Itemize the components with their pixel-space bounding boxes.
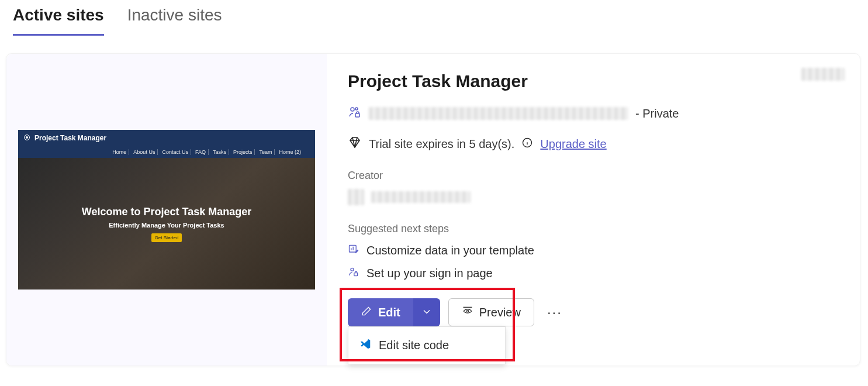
visibility-text: - Private bbox=[635, 107, 679, 120]
info-icon[interactable] bbox=[521, 137, 533, 151]
thumbnail-nav-item: Home (2) bbox=[276, 149, 303, 155]
redacted-creator-name bbox=[371, 191, 471, 203]
thumbnail-nav-item: Contact Us bbox=[160, 149, 191, 155]
svg-point-0 bbox=[351, 108, 354, 111]
suggested-step-customize[interactable]: Customize data in your template bbox=[348, 243, 839, 258]
action-row: Edit Preview ··· bbox=[348, 298, 839, 326]
edit-button-label: Edit bbox=[378, 306, 400, 319]
chart-edit-icon bbox=[348, 243, 359, 258]
site-title: Project Task Manager bbox=[348, 71, 839, 91]
redacted-url bbox=[369, 107, 628, 120]
thumbnail-app-name: Project Task Manager bbox=[34, 134, 106, 142]
dropdown-item-label: Edit site code bbox=[379, 339, 449, 352]
vscode-icon bbox=[359, 337, 372, 353]
thumbnail-header: Project Task Manager bbox=[18, 130, 315, 146]
tab-active-sites[interactable]: Active sites bbox=[13, 6, 104, 36]
upgrade-site-link[interactable]: Upgrade site bbox=[540, 137, 606, 151]
suggested-label: Suggested next steps bbox=[348, 223, 839, 235]
thumbnail-hero-button: Get Started bbox=[151, 233, 182, 242]
site-thumbnail[interactable]: Project Task Manager Home About Us Conta… bbox=[18, 130, 315, 290]
thumbnail-nav-item: About Us bbox=[131, 149, 158, 155]
thumbnail-nav-item: Home bbox=[110, 149, 129, 155]
person-lock-icon bbox=[348, 266, 359, 281]
diamond-icon bbox=[348, 136, 362, 152]
thumbnail-nav-item: Projects bbox=[231, 149, 255, 155]
thumbnail-hero-subtitle: Efficiently Manage Your Project Tasks bbox=[109, 222, 224, 229]
site-thumbnail-pane: Project Task Manager Home About Us Conta… bbox=[6, 54, 327, 366]
thumbnail-nav-item: FAQ bbox=[193, 149, 209, 155]
tab-inactive-sites[interactable]: Inactive sites bbox=[127, 6, 222, 36]
creator-label: Creator bbox=[348, 170, 839, 182]
svg-rect-10 bbox=[354, 273, 358, 276]
thumbnail-logo-icon bbox=[24, 135, 30, 140]
creator-row bbox=[348, 189, 839, 205]
site-card: Project Task Manager Home About Us Conta… bbox=[6, 53, 860, 366]
pencil-icon bbox=[361, 305, 372, 320]
site-details-pane: Project Task Manager - Private Trial sit… bbox=[327, 54, 860, 366]
edit-site-code-item[interactable]: Edit site code bbox=[348, 333, 505, 358]
svg-point-11 bbox=[466, 310, 468, 312]
creator-avatar bbox=[348, 189, 364, 205]
thumbnail-hero: Welcome to Project Task Manager Efficien… bbox=[18, 158, 315, 290]
thumbnail-hero-title: Welcome to Project Task Manager bbox=[82, 206, 251, 218]
suggested-step-signin[interactable]: Set up your sign in page bbox=[348, 266, 839, 281]
preview-button-label: Preview bbox=[479, 306, 521, 319]
trial-text: Trial site expires in 5 day(s). bbox=[369, 137, 514, 151]
thumbnail-nav: Home About Us Contact Us FAQ Tasks Proje… bbox=[18, 146, 315, 158]
svg-rect-2 bbox=[355, 113, 359, 117]
preview-icon bbox=[462, 305, 473, 320]
edit-dropdown-menu: Edit site code bbox=[348, 326, 506, 364]
more-horizontal-icon: ··· bbox=[547, 304, 562, 320]
svg-point-9 bbox=[351, 268, 354, 271]
tab-bar: Active sites Inactive sites bbox=[0, 0, 868, 36]
svg-rect-6 bbox=[350, 245, 357, 252]
thumbnail-nav-item: Tasks bbox=[210, 149, 229, 155]
visibility-row: - Private bbox=[348, 105, 839, 122]
chevron-down-icon bbox=[421, 306, 433, 319]
edit-split-button: Edit bbox=[348, 298, 440, 326]
edit-dropdown-toggle[interactable] bbox=[413, 298, 440, 326]
more-actions-button[interactable]: ··· bbox=[542, 298, 567, 326]
trial-row: Trial site expires in 5 day(s). Upgrade … bbox=[348, 136, 839, 152]
step-text: Customize data in your template bbox=[366, 244, 534, 257]
redacted-top-right bbox=[801, 68, 845, 81]
people-lock-icon bbox=[348, 105, 362, 122]
thumbnail-nav-item: Team bbox=[257, 149, 275, 155]
preview-button[interactable]: Preview bbox=[448, 298, 534, 326]
step-text: Set up your sign in page bbox=[366, 267, 493, 280]
edit-button[interactable]: Edit bbox=[348, 298, 413, 326]
svg-point-1 bbox=[355, 108, 358, 110]
